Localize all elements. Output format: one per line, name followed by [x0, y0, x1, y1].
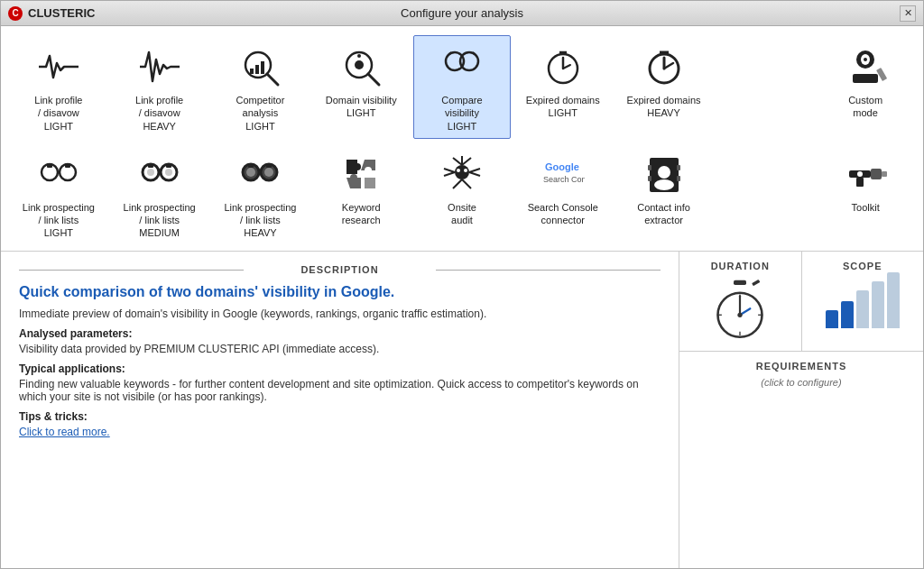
svg-point-48	[455, 165, 469, 179]
description-title: Quick comparison of two domains' visibil…	[19, 284, 661, 300]
grid-item-onsite-audit[interactable]: Onsiteaudit	[413, 142, 511, 246]
svg-text:Search Console: Search Console	[543, 175, 585, 184]
grid-item-contact-info-extractor[interactable]: Contact infoextractor	[615, 142, 713, 246]
svg-rect-2	[250, 69, 254, 74]
svg-rect-46	[266, 163, 272, 168]
requirements-panel[interactable]: REQUIREMENTS (click to configure)	[679, 352, 923, 568]
svg-line-11	[448, 52, 451, 56]
svg-point-42	[246, 168, 255, 177]
pulse-heavy-icon	[136, 43, 183, 90]
click-to-configure-label[interactable]: (click to configure)	[761, 377, 841, 388]
svg-line-1	[267, 74, 278, 85]
grid-item-custom-mode[interactable]: Custommode	[817, 35, 914, 139]
scope-bar	[841, 301, 854, 328]
svg-line-53	[444, 172, 455, 176]
pulse-light-icon	[35, 43, 82, 90]
svg-point-64	[654, 179, 674, 190]
grid-item-link-profile-disavow-light[interactable]: Link profile/ disavowLIGHT	[10, 35, 107, 139]
svg-rect-71	[882, 171, 887, 177]
svg-line-6	[368, 74, 379, 85]
analysis-grid: Link profile/ disavowLIGHT Link profile/…	[10, 35, 914, 246]
svg-line-56	[453, 179, 462, 188]
svg-rect-32	[65, 163, 70, 168]
grid-item-competitor-analysis-light[interactable]: CompetitoranalysisLIGHT	[212, 35, 310, 139]
svg-point-63	[658, 166, 670, 179]
svg-point-38	[147, 169, 154, 176]
description-header: DESCRIPTION	[19, 264, 661, 275]
svg-line-51	[462, 158, 471, 165]
svg-rect-68	[677, 176, 680, 181]
expired-light-icon	[540, 43, 587, 90]
grid-label: Contact infoextractor	[637, 201, 690, 227]
toolkit-icon	[842, 151, 889, 197]
svg-rect-66	[677, 165, 680, 170]
grid-label: Link profile/ disavowLIGHT	[34, 94, 82, 133]
svg-point-25	[864, 58, 867, 61]
svg-rect-70	[871, 169, 882, 179]
svg-rect-36	[148, 163, 153, 168]
binoculars-light-icon	[35, 151, 82, 197]
grid-label: Keywordresearch	[342, 201, 381, 227]
grid-item-compare-visibility-light[interactable]: ComparevisibilityLIGHT	[413, 35, 511, 139]
app-icon: C	[8, 6, 23, 21]
app-name: CLUSTERIC	[28, 6, 95, 20]
svg-rect-45	[248, 163, 254, 168]
grid-item-link-prospecting-medium[interactable]: Link prospecting/ link listsMEDIUM	[111, 142, 208, 246]
svg-rect-67	[648, 176, 651, 181]
main-window: C CLUSTERIC Configure your analysis ✕ Li…	[0, 0, 924, 569]
svg-point-8	[357, 54, 361, 58]
svg-line-55	[469, 172, 480, 176]
close-button[interactable]: ✕	[900, 5, 916, 22]
svg-rect-65	[648, 165, 651, 170]
svg-rect-37	[166, 163, 171, 168]
grid-label: Toolkit	[852, 201, 880, 214]
svg-rect-75	[752, 280, 760, 286]
grid-item-domain-visibility-light[interactable]: Domain visibilityLIGHT	[312, 35, 410, 139]
svg-point-7	[355, 60, 364, 69]
duration-header: DURATION	[711, 261, 770, 271]
grid-label: Link prospecting/ link listsHEAVY	[224, 201, 296, 240]
grid-item-keyword-research[interactable]: Keywordresearch	[312, 142, 410, 246]
window-title: Configure your analysis	[401, 6, 523, 20]
svg-rect-26	[853, 74, 878, 83]
svg-point-59	[464, 169, 467, 172]
description-panel: DESCRIPTION Quick comparison of two doma…	[1, 252, 679, 568]
right-panel: DURATION	[679, 252, 923, 568]
svg-line-49	[453, 158, 462, 165]
grid-item-link-prospecting-light[interactable]: Link prospecting/ link listsLIGHT	[10, 142, 107, 246]
content-area: Link profile/ disavowLIGHT Link profile/…	[1, 26, 923, 568]
duration-scope-row: DURATION	[679, 252, 923, 352]
tips-body: Click to read more.	[19, 426, 661, 438]
typical-apps-body: Finding new valuable keywords - for furt…	[19, 378, 661, 403]
analysed-params-title: Analysed parameters:	[19, 327, 661, 340]
grid-label: Link prospecting/ link listsMEDIUM	[124, 201, 196, 240]
bottom-section: DESCRIPTION Quick comparison of two doma…	[1, 252, 923, 568]
duration-panel: DURATION	[679, 252, 802, 351]
expired-heavy-icon	[641, 43, 688, 90]
typical-apps-title: Typical applications:	[19, 363, 661, 375]
custom-mode-icon	[842, 43, 889, 90]
binoculars-heavy-icon	[236, 151, 283, 197]
svg-point-39	[165, 169, 172, 176]
svg-rect-74	[734, 280, 746, 285]
svg-text:Google: Google	[545, 161, 579, 172]
scope-panel: SCOPE	[802, 252, 924, 351]
grid-item-search-console-connector[interactable]: Google Search Console Search Consoleconn…	[514, 142, 612, 246]
scope-bar	[887, 272, 900, 328]
svg-line-52	[444, 169, 455, 172]
grid-item-toolkit[interactable]: Toolkit	[817, 142, 914, 246]
grid-label: Domain visibilityLIGHT	[326, 94, 397, 120]
titlebar-left: C CLUSTERIC	[8, 6, 95, 21]
svg-line-54	[469, 169, 480, 172]
svg-point-58	[457, 169, 460, 172]
grid-item-link-profile-disavow-heavy[interactable]: Link profile/ disavowHEAVY	[111, 35, 208, 139]
tips-link[interactable]: Click to read more.	[19, 426, 110, 438]
grid-item-link-prospecting-heavy[interactable]: Link prospecting/ link listsHEAVY	[212, 142, 310, 246]
svg-rect-4	[261, 61, 264, 74]
search-chart-icon	[236, 43, 283, 90]
grid-label: Search Consoleconnector	[528, 201, 598, 227]
grid-item-expired-domains-heavy[interactable]: Expired domainsHEAVY	[615, 35, 713, 139]
grid-item-expired-domains-light[interactable]: Expired domainsLIGHT	[514, 35, 612, 139]
svg-point-73	[857, 171, 863, 177]
grid-label: Custommode	[848, 94, 882, 120]
